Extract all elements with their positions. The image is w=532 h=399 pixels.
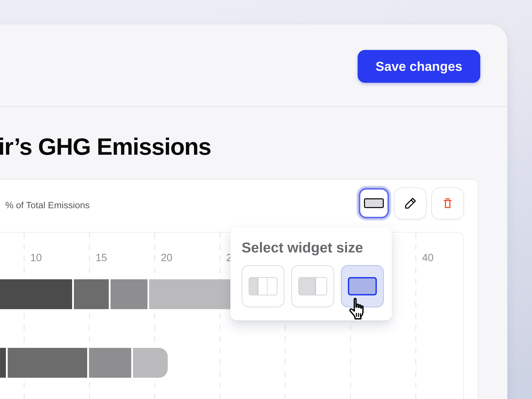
gridline bbox=[416, 233, 416, 399]
x-tick-label: 40 bbox=[422, 252, 434, 264]
size-option-two-thirds[interactable] bbox=[291, 265, 334, 307]
full-width-size-icon bbox=[348, 277, 377, 295]
trash-icon bbox=[441, 196, 455, 211]
x-tick-label: 20 bbox=[161, 252, 172, 264]
widget-size-popover: Select widget size bbox=[230, 227, 392, 320]
widget-size-button[interactable] bbox=[359, 188, 389, 218]
bar-segment bbox=[89, 348, 131, 378]
popover-title: Select widget size bbox=[242, 239, 363, 256]
bar-segment bbox=[149, 279, 242, 309]
widget-header-label: % of Total Emissions bbox=[5, 200, 90, 210]
x-tick-label: 10 bbox=[30, 252, 42, 264]
widget-size-icon bbox=[364, 198, 384, 208]
save-changes-button[interactable]: Save changes bbox=[358, 50, 480, 83]
gridline bbox=[220, 233, 220, 399]
bar-segment bbox=[111, 279, 147, 309]
page-title: ir’s GHG Emissions bbox=[0, 133, 211, 160]
bar-segment bbox=[133, 348, 168, 378]
x-tick-label: 15 bbox=[96, 252, 107, 264]
one-third-size-icon bbox=[248, 277, 278, 295]
bar-segment bbox=[74, 279, 109, 309]
hand-pointer-cursor bbox=[347, 297, 367, 321]
bar-segment bbox=[0, 348, 6, 378]
two-thirds-size-icon bbox=[298, 277, 327, 295]
pencil-icon bbox=[403, 196, 417, 211]
bar-segment bbox=[8, 348, 87, 378]
delete-widget-button[interactable] bbox=[431, 187, 464, 220]
edit-widget-button[interactable] bbox=[394, 187, 427, 220]
bar-segment bbox=[0, 279, 72, 309]
page-background: Save changes ir’s GHG Emissions % of Tot… bbox=[0, 0, 532, 399]
size-option-one-third[interactable] bbox=[242, 265, 285, 307]
header-divider bbox=[0, 106, 507, 107]
